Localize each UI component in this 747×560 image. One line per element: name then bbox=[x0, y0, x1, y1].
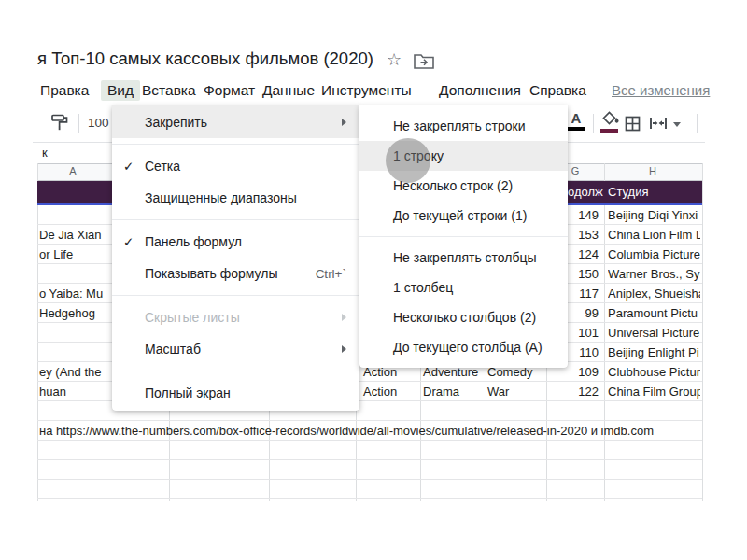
cell-h3[interactable]: China Lion Film D bbox=[608, 225, 700, 245]
cell-a4[interactable]: or Life bbox=[39, 245, 73, 264]
cell-h7[interactable]: Paramount Pictu bbox=[608, 303, 700, 323]
merge-dropdown-caret-icon[interactable] bbox=[673, 122, 681, 127]
submenu-item-1-column[interactable]: 1 столбец bbox=[359, 273, 568, 302]
submenu-arrow-icon bbox=[342, 314, 346, 321]
menu-tools[interactable]: Инструменты bbox=[321, 80, 412, 101]
fill-color-swatch bbox=[600, 129, 618, 133]
submenu-item-no-columns[interactable]: Не закреплять столбцы bbox=[359, 243, 568, 273]
freeze-submenu-panel: Не закреплять строки 1 строку Несколько … bbox=[359, 105, 568, 368]
menu-item-hidden-sheets[interactable]: Скрытые листы bbox=[112, 301, 359, 333]
paint-bucket-glyph bbox=[600, 110, 621, 125]
menu-separator bbox=[112, 371, 359, 371]
view-menu-panel: Закрепить ✓ Сетка Защищенные диапазоны ✓… bbox=[112, 105, 359, 411]
cell-a7[interactable]: Hedgehog bbox=[39, 303, 95, 323]
shortcut-label: Ctrl+` bbox=[316, 267, 346, 281]
menu-item-label: Закрепить bbox=[145, 115, 207, 130]
menu-item-label: Защищенные диапазоны bbox=[145, 190, 297, 205]
menu-item-label: Полный экран bbox=[145, 385, 231, 400]
cell-h4[interactable]: Columbia Picture bbox=[608, 245, 700, 264]
cell-h2[interactable]: Beijing Diqi Yinxi bbox=[608, 205, 700, 225]
cell-a10[interactable]: ey (And the bbox=[39, 362, 102, 382]
menu-format[interactable]: Формат bbox=[204, 80, 255, 101]
cell-f11[interactable]: War bbox=[487, 382, 509, 401]
fill-color-icon[interactable] bbox=[600, 110, 621, 133]
text-color-swatch bbox=[568, 127, 585, 131]
gridline-vertical bbox=[702, 163, 703, 501]
check-icon: ✓ bbox=[123, 159, 134, 174]
menu-item-formula-bar[interactable]: ✓ Панель формул bbox=[112, 226, 359, 258]
header-cell-duration[interactable]: одолжи bbox=[568, 181, 603, 203]
star-icon[interactable]: ☆ bbox=[387, 49, 402, 70]
cell-g11[interactable]: 122 bbox=[546, 382, 599, 401]
menu-item-label: Панель формул bbox=[145, 234, 242, 249]
merge-cells-icon[interactable] bbox=[649, 117, 668, 130]
menu-edit[interactable]: Правка bbox=[40, 80, 89, 101]
cell-a11[interactable]: huan bbox=[39, 382, 66, 401]
click-indicator-circle bbox=[386, 138, 430, 183]
menu-separator bbox=[112, 144, 359, 145]
formula-bar-text[interactable]: к bbox=[42, 146, 48, 160]
check-icon: ✓ bbox=[123, 234, 134, 249]
header-cell-studio[interactable]: Студия bbox=[608, 181, 700, 203]
menu-separator bbox=[359, 236, 568, 237]
paint-format-icon[interactable] bbox=[50, 113, 69, 132]
all-changes-link[interactable]: Все изменения bbox=[612, 80, 747, 101]
menu-view[interactable]: Вид bbox=[101, 80, 140, 101]
cell-h9[interactable]: Beijing Enlight Pi bbox=[608, 343, 700, 362]
toolbar-separator bbox=[593, 114, 594, 133]
spreadsheet-title[interactable]: я Топ-10 самых кассовых фильмов (2020) bbox=[37, 49, 374, 69]
toolbar-separator bbox=[697, 114, 698, 133]
submenu-item-no-rows[interactable]: Не закреплять строки bbox=[359, 111, 568, 141]
menu-item-zoom[interactable]: Масштаб bbox=[112, 333, 359, 365]
submenu-item-several-columns[interactable]: Несколько столбцов (2) bbox=[359, 302, 568, 332]
menu-item-label: Показывать формулы bbox=[145, 266, 278, 281]
menu-item-full-screen[interactable]: Полный экран bbox=[112, 377, 359, 409]
submenu-item-up-to-current-row[interactable]: До текущей строки (1) bbox=[359, 201, 568, 231]
source-note-cell[interactable]: на https://www.the-numbers.com/box-offic… bbox=[39, 421, 654, 441]
menu-insert[interactable]: Вставка bbox=[142, 80, 196, 101]
cell-h8[interactable]: Universal Picture bbox=[608, 323, 700, 343]
cell-h6[interactable]: Aniplex, Shueisha bbox=[608, 284, 700, 303]
menu-item-freeze[interactable]: Закрепить bbox=[112, 105, 359, 138]
menu-help[interactable]: Справка bbox=[529, 80, 586, 101]
menu-addons[interactable]: Дополнения bbox=[439, 80, 521, 101]
cell-h10[interactable]: Clubhouse Pictur bbox=[608, 362, 700, 382]
submenu-arrow-icon bbox=[342, 345, 346, 353]
cell-a3[interactable]: De Jia Xian bbox=[39, 225, 101, 245]
cell-h11[interactable]: China Film Group bbox=[608, 382, 700, 401]
cell-h5[interactable]: Warner Bros., Sy bbox=[608, 264, 700, 284]
menu-item-protected-ranges[interactable]: Защищенные диапазоны bbox=[112, 182, 359, 214]
zoom-level[interactable]: 100 bbox=[88, 116, 109, 130]
menu-data[interactable]: Данные bbox=[262, 80, 315, 101]
menu-item-label: Сетка bbox=[145, 159, 180, 174]
google-sheets-window: я Топ-10 самых кассовых фильмов (2020) ☆… bbox=[0, 0, 747, 560]
column-header-a[interactable]: A bbox=[59, 165, 87, 176]
column-header-h[interactable]: H bbox=[639, 165, 667, 176]
menu-item-gridlines[interactable]: ✓ Сетка bbox=[112, 150, 359, 182]
cell-e11[interactable]: Drama bbox=[423, 382, 459, 401]
cell-a6[interactable]: o Yaiba: Mu bbox=[39, 284, 103, 303]
menu-item-show-formulas[interactable]: Показывать формулы Ctrl+` bbox=[112, 258, 359, 289]
menu-item-label: Скрытые листы bbox=[145, 310, 240, 325]
text-color-icon[interactable]: A bbox=[568, 111, 585, 131]
submenu-arrow-icon bbox=[342, 119, 346, 126]
submenu-item-up-to-current-column[interactable]: До текущего столбца (A) bbox=[359, 332, 568, 362]
menu-separator bbox=[112, 295, 359, 296]
menu-separator bbox=[112, 219, 359, 220]
toolbar-separator bbox=[78, 114, 79, 133]
move-to-folder-icon[interactable] bbox=[414, 53, 434, 69]
cell-d11[interactable]: Action bbox=[363, 382, 397, 401]
menu-item-label: Масштаб bbox=[145, 342, 201, 357]
borders-icon[interactable] bbox=[625, 116, 641, 132]
